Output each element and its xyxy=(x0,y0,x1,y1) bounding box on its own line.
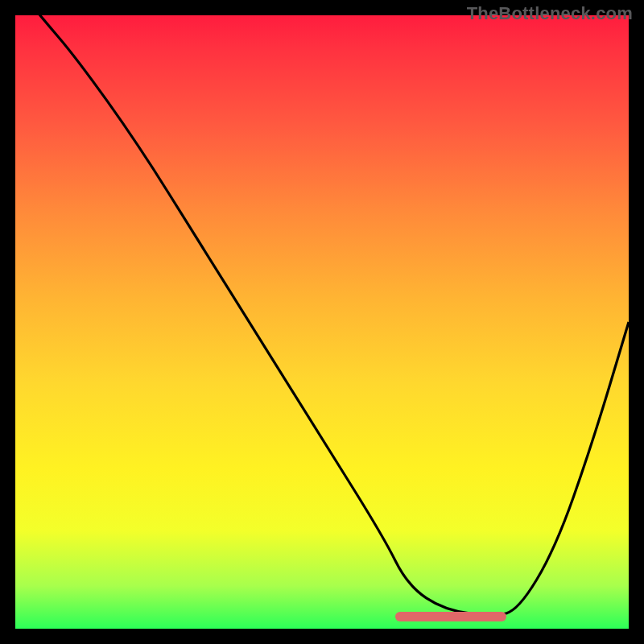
bottleneck-curve xyxy=(15,0,629,615)
optimal-range-marker xyxy=(395,612,506,621)
curve-svg xyxy=(15,15,629,629)
watermark: TheBottleneck.com xyxy=(467,3,633,24)
chart-area xyxy=(15,15,629,629)
